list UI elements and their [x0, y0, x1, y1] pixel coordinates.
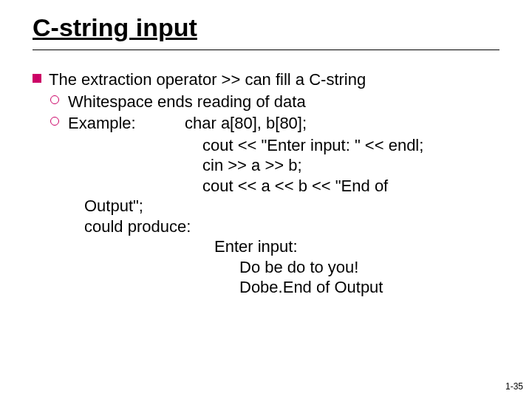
circle-bullet-icon [50, 95, 59, 104]
title-rule [33, 50, 499, 50]
bullet-main: The extraction operator >> can fill a C-… [33, 69, 499, 90]
output-line-2: Do be do to you! [33, 257, 499, 278]
bullet-main-text: The extraction operator >> can fill a C-… [49, 70, 366, 89]
code-continuation-1: Output"; [33, 196, 499, 216]
code-line-1: char a[80], b[80]; [185, 114, 307, 132]
slide-number: 1-35 [505, 381, 523, 392]
code-line-4: cout << a << b << "End of [33, 176, 499, 197]
bullet-sub-example: Example: char a[80], b[80]; [33, 113, 499, 134]
slide-content: The extraction operator >> can fill a C-… [33, 69, 499, 298]
code-line-2: cout << "Enter input: " << endl; [33, 135, 499, 156]
slide-title: C-string input [33, 13, 499, 44]
output-line-3: Dobe.End of Output [33, 277, 499, 298]
code-line-3: cin >> a >> b; [33, 155, 499, 176]
square-bullet-icon [33, 74, 41, 83]
output-line-1: Enter input: [33, 236, 499, 257]
could-produce-label: could produce: [33, 216, 499, 237]
slide: C-string input The extraction operator >… [0, 0, 532, 399]
bullet-sub1-text: Whitespace ends reading of data [68, 92, 306, 111]
bullet-sub2-label: Example: [68, 114, 136, 132]
bullet-sub-whitespace: Whitespace ends reading of data [33, 92, 499, 112]
circle-bullet-icon [50, 117, 59, 126]
